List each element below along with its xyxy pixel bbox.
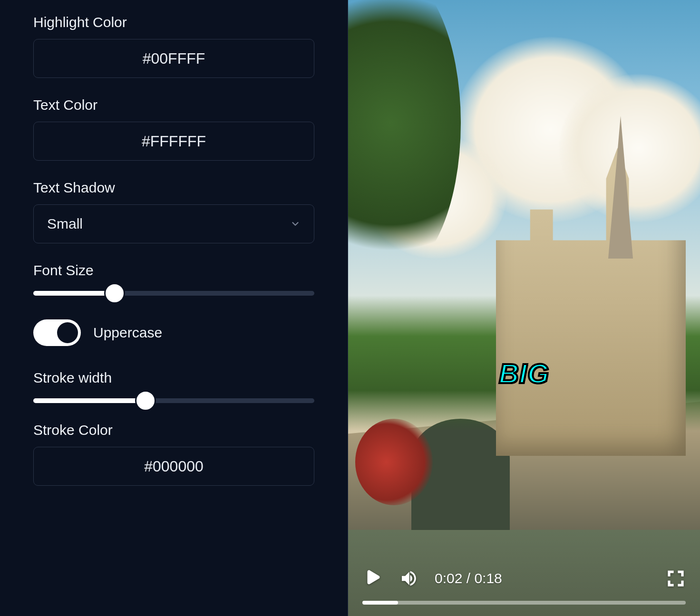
uppercase-group: Uppercase [33,319,314,346]
uppercase-toggle-knob [57,322,78,343]
font-size-label: Font Size [33,262,314,279]
text-shadow-label: Text Shadow [33,180,314,196]
stroke-width-label: Stroke width [33,370,314,386]
uppercase-label: Uppercase [93,325,162,341]
spire-shape [608,116,633,259]
video-controls: 0:02 / 0:18 [348,568,700,616]
text-shadow-group: Text Shadow Small [33,180,314,243]
uppercase-toggle[interactable] [33,319,81,346]
stroke-color-value: #000000 [144,458,204,475]
text-color-label: Text Color [33,97,314,113]
video-progress[interactable] [362,601,686,605]
font-size-slider[interactable] [33,291,314,296]
font-size-group: Font Size [33,262,314,296]
stroke-width-slider-thumb[interactable] [135,390,156,411]
video-preview: BIG 0:02 / 0:18 [348,0,700,616]
font-size-slider-fill [33,291,115,296]
highlight-color-group: Highlight Color #00FFFF [33,14,314,78]
video-frame[interactable]: BIG 0:02 / 0:18 [348,0,700,616]
volume-icon[interactable] [399,568,418,588]
time-display: 0:02 / 0:18 [435,570,502,587]
text-color-input[interactable]: #FFFFFF [33,122,314,161]
stroke-color-input[interactable]: #000000 [33,447,314,486]
text-shadow-value: Small [47,216,83,232]
flowers-shape [355,419,433,505]
stroke-color-group: Stroke Color #000000 [33,422,314,486]
chevron-down-icon [290,219,301,229]
highlight-color-input[interactable]: #00FFFF [33,39,314,78]
caption-text: BIG [499,357,549,389]
style-sidebar: Highlight Color #00FFFF Text Color #FFFF… [0,0,348,616]
stroke-width-group: Stroke width [33,370,314,403]
fullscreen-icon[interactable] [666,568,686,588]
video-progress-fill [362,601,398,605]
font-size-slider-thumb[interactable] [104,283,125,304]
stroke-width-slider-fill [33,398,146,403]
stroke-color-label: Stroke Color [33,422,314,438]
play-icon[interactable] [362,568,382,588]
text-shadow-select[interactable]: Small [33,204,314,243]
text-color-value: #FFFFFF [142,133,206,150]
text-color-group: Text Color #FFFFFF [33,97,314,161]
stroke-width-slider[interactable] [33,398,314,403]
highlight-color-label: Highlight Color [33,14,314,30]
highlight-color-value: #00FFFF [143,50,205,67]
